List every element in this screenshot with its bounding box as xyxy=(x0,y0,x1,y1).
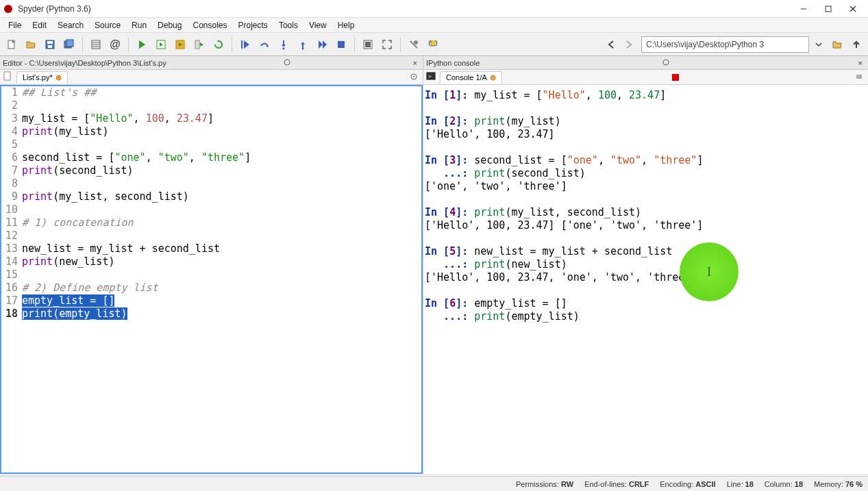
menu-debug[interactable]: Debug xyxy=(152,19,187,32)
save-button[interactable] xyxy=(41,36,59,53)
status-line: Line: 18 xyxy=(727,480,754,488)
svg-rect-23 xyxy=(338,41,345,48)
minimize-button[interactable] xyxy=(791,1,816,17)
editor-tabbar: List's.py* ⊗ xyxy=(0,70,423,85)
menu-edit[interactable]: Edit xyxy=(27,19,52,32)
debug-play-button[interactable] xyxy=(236,36,254,53)
open-file-button[interactable] xyxy=(22,36,40,53)
editor-close-button[interactable]: × xyxy=(410,59,420,67)
console-pane: > Console 1/A ⊗ In [1]: my_list = ["Hell… xyxy=(423,70,868,474)
svg-point-27 xyxy=(430,41,432,42)
console-icon: > xyxy=(426,71,436,83)
console-tab[interactable]: Console 1/A ⊗ xyxy=(440,71,502,84)
at-button[interactable]: @ xyxy=(106,36,124,53)
step-into-button[interactable] xyxy=(275,36,293,53)
close-button[interactable] xyxy=(841,1,865,17)
editor-tab-options[interactable] xyxy=(408,73,420,82)
toolbar: @ xyxy=(0,33,868,56)
working-directory-input[interactable] xyxy=(641,36,809,53)
svg-rect-7 xyxy=(47,41,53,44)
editor-tab-close[interactable]: ⊗ xyxy=(55,73,62,82)
status-permissions: Permissions: RW xyxy=(516,480,573,488)
svg-rect-10 xyxy=(66,40,73,47)
menu-source[interactable]: Source xyxy=(89,19,126,32)
statusbar: Permissions: RW End-of-lines: CRLF Encod… xyxy=(0,476,868,491)
path-dropdown-button[interactable] xyxy=(810,36,827,53)
maximize-pane-button[interactable] xyxy=(359,36,377,53)
svg-rect-25 xyxy=(365,42,371,47)
svg-rect-2 xyxy=(826,6,831,12)
rerun-button[interactable] xyxy=(210,36,227,53)
status-eol: End-of-lines: CRLF xyxy=(584,480,649,488)
menu-tools[interactable]: Tools xyxy=(273,19,303,32)
editor-pane: List's.py* ⊗ 1## List's ## 2 3my_list = … xyxy=(0,70,423,474)
menu-projects[interactable]: Projects xyxy=(233,19,273,32)
svg-text:>: > xyxy=(428,73,432,79)
file-icon xyxy=(3,71,12,83)
stop-button[interactable] xyxy=(332,36,350,53)
run-cell-advance-button[interactable] xyxy=(171,36,189,53)
step-out-button[interactable] xyxy=(294,36,312,53)
fullscreen-button[interactable] xyxy=(378,36,396,53)
menu-view[interactable]: View xyxy=(303,19,332,32)
kernel-stop-button[interactable] xyxy=(672,74,679,81)
save-all-button[interactable] xyxy=(60,36,78,53)
step-over-button[interactable] xyxy=(256,36,273,53)
code-cell-button[interactable] xyxy=(87,36,105,53)
console-options-button[interactable] xyxy=(662,59,669,67)
svg-rect-30 xyxy=(4,72,10,80)
spyder-icon xyxy=(3,3,14,14)
new-file-button[interactable] xyxy=(3,36,21,53)
menubar: File Edit Search Source Run Debug Consol… xyxy=(0,18,868,33)
run-selection-button[interactable] xyxy=(190,36,208,53)
svg-point-26 xyxy=(414,40,418,45)
cursor-highlight-marker: I xyxy=(680,242,739,301)
svg-rect-8 xyxy=(48,45,52,48)
svg-point-20 xyxy=(283,47,285,49)
console-pane-bar: IPython console × xyxy=(423,56,868,70)
console-close-button[interactable]: × xyxy=(856,59,865,67)
menu-file[interactable]: File xyxy=(3,19,27,32)
continue-button[interactable] xyxy=(313,36,331,53)
console-tab-options[interactable] xyxy=(853,73,865,82)
pythonpath-button[interactable] xyxy=(424,36,442,53)
maximize-button[interactable] xyxy=(816,1,841,17)
status-encoding: Encoding: ASCII xyxy=(660,480,715,488)
menu-search[interactable]: Search xyxy=(52,19,89,32)
run-cell-button[interactable] xyxy=(152,36,170,53)
svg-point-29 xyxy=(663,60,669,65)
back-button[interactable] xyxy=(603,36,619,53)
menu-consoles[interactable]: Consoles xyxy=(187,19,232,32)
svg-point-32 xyxy=(413,76,414,77)
menu-help[interactable]: Help xyxy=(332,19,360,32)
window-title: Spyder (Python 3.6) xyxy=(18,4,791,14)
forward-button[interactable] xyxy=(621,36,637,53)
code-editor[interactable]: 1## List's ## 2 3my_list = ["Hello", 100… xyxy=(0,85,423,474)
console-tab-label: Console 1/A xyxy=(446,73,487,81)
console-pane-title: IPython console xyxy=(426,59,480,67)
svg-point-22 xyxy=(302,47,304,49)
status-column: Column: 18 xyxy=(765,480,803,488)
menu-run[interactable]: Run xyxy=(126,19,152,32)
parent-dir-button[interactable] xyxy=(847,36,865,53)
titlebar: Spyder (Python 3.6) xyxy=(0,0,868,18)
status-memory: Memory: 76 % xyxy=(814,480,863,488)
svg-rect-17 xyxy=(195,40,199,49)
editor-tab-label: List's.py* xyxy=(23,73,53,81)
editor-pane-bar: Editor - C:\Users\vijay\Desktop\Python 3… xyxy=(0,56,423,70)
console-tabbar: > Console 1/A ⊗ xyxy=(423,70,868,85)
ipython-console[interactable]: In [1]: my_list = ["Hello", 100, 23.47] … xyxy=(423,85,868,474)
editor-pane-title: Editor - C:\Users\vijay\Desktop\Python 3… xyxy=(3,59,166,67)
editor-tab[interactable]: List's.py* ⊗ xyxy=(16,71,68,84)
run-button[interactable] xyxy=(133,36,151,53)
console-tab-close[interactable]: ⊗ xyxy=(490,73,496,82)
editor-options-button[interactable] xyxy=(284,59,290,67)
browse-button[interactable] xyxy=(828,36,846,53)
svg-point-28 xyxy=(284,60,290,65)
preferences-button[interactable] xyxy=(405,36,423,53)
